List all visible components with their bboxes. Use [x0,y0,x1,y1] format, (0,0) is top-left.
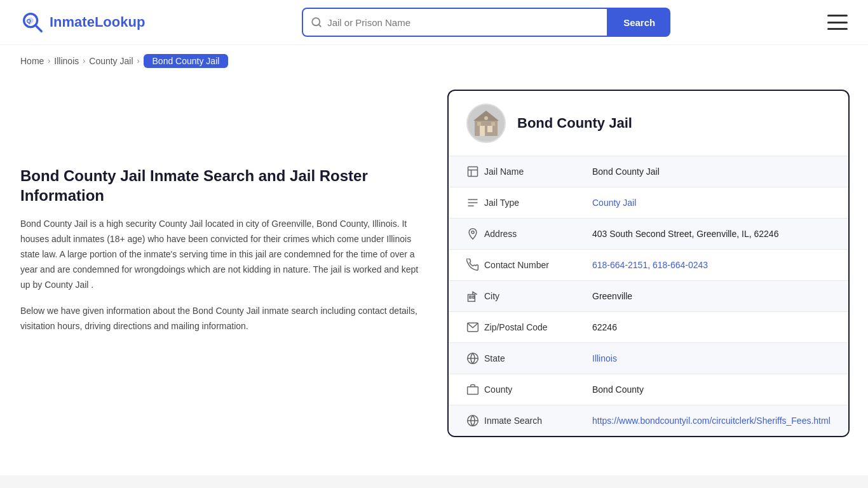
logo-text: InmateLookup [50,14,145,30]
row-value-link[interactable]: 618-664-2151, 618-664-0243 [592,260,708,270]
table-row: Jail Name Bond County Jail [449,156,848,187]
search-input[interactable] [327,17,599,28]
info-table: Jail Name Bond County Jail Jail Type Cou… [449,156,848,436]
footer-bar [0,475,868,488]
breadcrumb-county-jail[interactable]: County Jail [89,56,133,66]
table-row: Jail Type County Jail [449,187,848,219]
row-value: Bond County [592,384,831,395]
phone-icon [466,259,484,271]
chevron-icon-3: › [137,57,140,65]
row-value: 403 South Second Street, Greenville, IL,… [592,229,831,239]
breadcrumb-current: Bond County Jail [144,54,229,68]
row-label: City [484,291,592,301]
table-row: State Illinois [449,343,848,374]
zip-icon [466,321,484,334]
row-value-link[interactable]: Illinois [592,353,617,363]
info-card: Bond County Jail Jail Name Bond County J… [447,90,850,437]
svg-rect-8 [480,126,485,136]
state-icon [466,352,484,365]
site-header: Q InmateLookup Search [0,0,868,45]
search-button[interactable]: Search [608,8,670,37]
row-value[interactable]: Illinois [592,353,831,363]
row-label: Inmate Search [484,416,592,426]
row-value-text: Bond County Jail [592,166,660,177]
globe-icon [466,414,484,427]
page-title: Bond County Jail Inmate Search and Jail … [20,166,427,205]
row-value: Greenville [592,291,831,301]
table-row: Zip/Postal Code 62246 [449,312,848,343]
svg-rect-22 [473,296,475,298]
search-icon [311,17,322,28]
jail-avatar [466,104,506,143]
row-value[interactable]: https://www.bondcountyil.com/circuitcler… [592,416,831,426]
row-label: State [484,353,592,363]
svg-rect-10 [477,122,481,126]
svg-point-12 [484,116,488,120]
row-value-link[interactable]: County Jail [592,198,636,208]
address-icon [466,227,484,240]
type-icon [466,196,484,209]
logo-link[interactable]: Q InmateLookup [20,10,145,34]
row-label: Jail Type [484,198,592,208]
city-icon [466,290,484,302]
svg-rect-6 [475,119,498,136]
svg-line-1 [36,25,42,32]
building-icon [471,108,501,139]
page-description: Bond County Jail is a high security Coun… [20,217,427,292]
left-panel: Bond County Jail Inmate Search and Jail … [20,90,427,437]
row-value: Bond County Jail [592,166,831,177]
row-label: Contact Number [484,260,592,270]
table-row: Address 403 South Second Street, Greenvi… [449,219,848,250]
jail-icon [466,165,484,178]
hamburger-line-1 [827,15,848,17]
svg-rect-21 [470,296,471,298]
row-value-text: Bond County [592,384,644,395]
search-area: Search [302,8,670,37]
svg-line-5 [319,24,321,26]
table-row: County Bond County [449,374,848,405]
row-value[interactable]: County Jail [592,198,831,208]
table-row: Contact Number 618-664-2151, 618-664-024… [449,250,848,281]
table-row: Inmate Search https://www.bondcountyil.c… [449,405,848,436]
svg-point-19 [471,231,474,233]
svg-rect-26 [468,387,478,395]
menu-button[interactable] [827,15,848,30]
hamburger-line-2 [827,22,848,24]
info-card-header: Bond County Jail [449,91,848,156]
info-card-title: Bond County Jail [517,115,632,132]
county-icon [466,383,484,396]
row-label: County [484,384,592,395]
row-label: Zip/Postal Code [484,322,592,332]
row-value-text: Greenville [592,291,632,301]
hamburger-line-3 [827,28,848,30]
row-value-text: 62246 [592,322,617,332]
svg-text:Q: Q [27,17,31,24]
svg-rect-9 [487,126,492,132]
row-value: 62246 [592,322,831,332]
breadcrumb-home[interactable]: Home [20,56,44,66]
row-value[interactable]: 618-664-2151, 618-664-0243 [592,260,831,270]
chevron-icon-2: › [83,57,85,65]
svg-rect-13 [468,167,478,177]
breadcrumb-illinois[interactable]: Illinois [54,56,79,66]
search-input-wrapper [302,8,608,37]
logo-icon: Q [20,10,44,34]
row-value-link[interactable]: https://www.bondcountyil.com/circuitcler… [592,416,831,426]
breadcrumb: Home › Illinois › County Jail › Bond Cou… [0,45,868,77]
main-content: Bond County Jail Inmate Search and Jail … [0,77,868,463]
svg-rect-11 [491,122,495,126]
table-row: City Greenville [449,281,848,312]
page-sub-description: Below we have given information about th… [20,304,427,334]
right-panel: Bond County Jail Jail Name Bond County J… [447,90,850,437]
row-value-text: 403 South Second Street, Greenville, IL,… [592,229,778,239]
chevron-icon-1: › [48,57,50,65]
row-label: Jail Name [484,166,592,177]
row-label: Address [484,229,592,239]
